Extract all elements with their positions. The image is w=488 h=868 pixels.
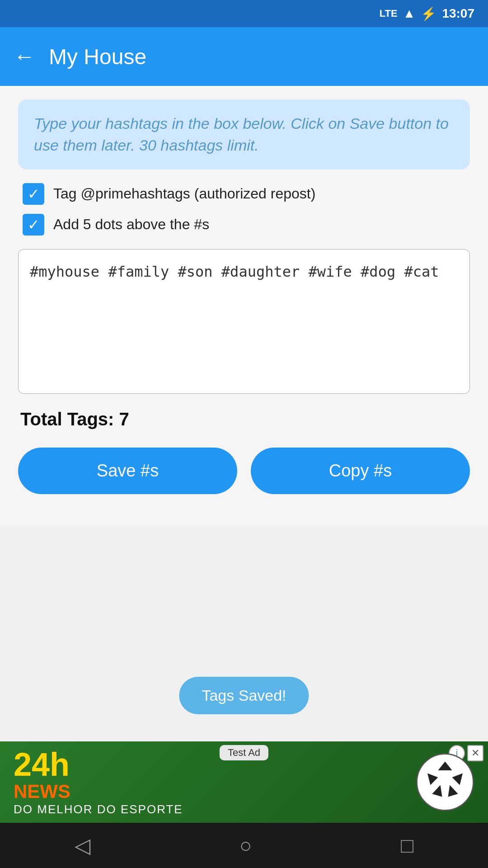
ad-main-text: 24h bbox=[14, 748, 70, 781]
checkbox-row-tag: ✓ Tag @primehashtags (authorized repost) bbox=[23, 183, 465, 205]
checkbox-container: ✓ Tag @primehashtags (authorized repost)… bbox=[18, 183, 470, 236]
toast-message: Tags Saved! bbox=[179, 677, 309, 714]
lte-icon: LTE bbox=[380, 8, 398, 19]
signal-icon: ▲ bbox=[403, 6, 416, 21]
checkbox-dots[interactable]: ✓ bbox=[23, 214, 44, 236]
main-content: Type your hashtags in the box below. Cli… bbox=[0, 86, 488, 526]
nav-back-button[interactable]: ◁ bbox=[75, 833, 90, 858]
bottom-nav: ◁ ○ □ bbox=[0, 823, 488, 868]
checkbox-row-dots: ✓ Add 5 dots above the #s bbox=[23, 214, 465, 236]
back-button[interactable]: ← bbox=[14, 46, 35, 67]
info-text: Type your hashtags in the box below. Cli… bbox=[34, 115, 449, 154]
checkbox-tag-label: Tag @primehashtags (authorized repost) bbox=[53, 184, 315, 203]
check-icon-2: ✓ bbox=[28, 217, 40, 232]
ad-test-label: Test Ad bbox=[220, 745, 268, 760]
battery-icon: ⚡ bbox=[421, 6, 436, 21]
ad-soccer-ball bbox=[416, 753, 474, 811]
status-icons: LTE ▲ ⚡ 13:07 bbox=[380, 6, 474, 21]
check-icon: ✓ bbox=[28, 187, 40, 201]
buttons-row: Save #s Copy #s bbox=[18, 448, 470, 494]
status-bar: LTE ▲ ⚡ 13:07 bbox=[0, 0, 488, 27]
ad-subtitle-text: DO MELHOR DO ESPORTE bbox=[14, 802, 183, 816]
checkbox-tag[interactable]: ✓ bbox=[23, 183, 44, 205]
ad-banner[interactable]: i ✕ Test Ad 24h NEWS DO MELHOR DO ESPORT… bbox=[0, 741, 488, 823]
total-tags-label: Total Tags: 7 bbox=[18, 409, 470, 429]
ad-content-left: 24h NEWS DO MELHOR DO ESPORTE bbox=[14, 748, 183, 816]
copy-button[interactable]: Copy #s bbox=[251, 448, 470, 494]
info-box: Type your hashtags in the box below. Cli… bbox=[18, 99, 470, 170]
app-title: My House bbox=[49, 44, 146, 69]
checkbox-dots-label: Add 5 dots above the #s bbox=[53, 215, 209, 234]
status-time: 13:07 bbox=[442, 6, 474, 21]
nav-home-button[interactable]: ○ bbox=[239, 833, 252, 858]
ad-news-text: NEWS bbox=[14, 781, 70, 802]
save-button[interactable]: Save #s bbox=[18, 448, 237, 494]
nav-recent-button[interactable]: □ bbox=[401, 833, 413, 858]
hashtag-textarea[interactable] bbox=[18, 249, 470, 394]
app-bar: ← My House bbox=[0, 27, 488, 86]
